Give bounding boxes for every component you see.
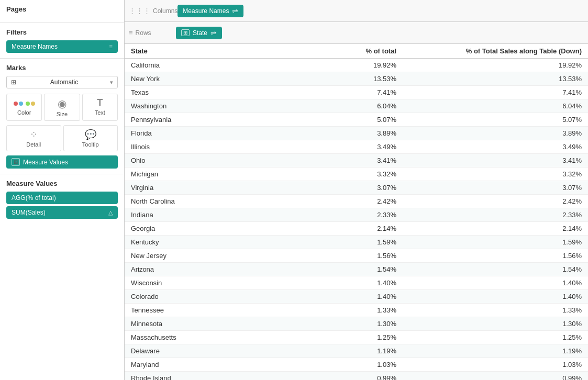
rows-label: ≡ Rows bbox=[129, 29, 176, 37]
table-row: Florida3.89%3.89% bbox=[125, 127, 588, 140]
table-row: Illinois3.49%3.49% bbox=[125, 140, 588, 154]
size-mark-item[interactable]: ◉ Size bbox=[44, 94, 80, 121]
pct-total-cell: 3.32% bbox=[333, 167, 403, 181]
sum-pill[interactable]: SUM(Sales) △ bbox=[6, 206, 118, 219]
columns-label: ⋮⋮⋮ Columns bbox=[129, 7, 177, 15]
text-mark-item[interactable]: T Text bbox=[82, 94, 118, 121]
pct-along-cell: 19.92% bbox=[403, 59, 588, 72]
rows-pill-eq-icon: ⇌ bbox=[210, 29, 217, 37]
pct-along-cell: 1.40% bbox=[403, 290, 588, 304]
marks-type-dropdown[interactable]: ⊞ Automatic ▾ bbox=[6, 76, 118, 88]
state-cell: Virginia bbox=[125, 181, 333, 195]
measure-values-mark-pill[interactable]: ⊞ Measure Values bbox=[6, 155, 118, 169]
pct-total-cell: 13.53% bbox=[333, 72, 403, 86]
table-row: California19.92%19.92% bbox=[125, 59, 588, 72]
table-row: Maryland1.03%1.03% bbox=[125, 358, 588, 372]
state-cell: Florida bbox=[125, 127, 333, 140]
col-state-header: State bbox=[125, 44, 333, 59]
table-row: Ohio3.41%3.41% bbox=[125, 154, 588, 167]
sum-pill-label: SUM(Sales) bbox=[12, 209, 46, 216]
pct-along-cell: 5.07% bbox=[403, 113, 588, 127]
columns-shelf: ⋮⋮⋮ Columns Measure Names ⇌ bbox=[125, 0, 588, 22]
state-cell: Arizona bbox=[125, 263, 333, 276]
text-mark-icon: T bbox=[97, 97, 103, 108]
measure-values-section: Measure Values AGG(% of total) SUM(Sales… bbox=[0, 174, 124, 224]
pct-along-cell: 13.53% bbox=[403, 72, 588, 86]
tooltip-label: Tooltip bbox=[82, 141, 99, 148]
table-row: New York13.53%13.53% bbox=[125, 72, 588, 86]
detail-mark-icon: ⁘ bbox=[30, 129, 38, 140]
rows-shelf-icon: ≡ bbox=[129, 29, 134, 37]
measure-values-pill-label: Measure Values bbox=[23, 159, 68, 166]
left-panel: Pages Filters Measure Names ≡ Marks ⊞ Au… bbox=[0, 0, 125, 380]
pct-along-cell: 3.89% bbox=[403, 127, 588, 140]
table-header-row: State % of total % of Total Sales along … bbox=[125, 44, 588, 59]
pct-along-cell: 1.03% bbox=[403, 358, 588, 372]
pct-total-cell: 5.07% bbox=[333, 113, 403, 127]
state-cell: Maryland bbox=[125, 358, 333, 372]
state-cell: New Jersey bbox=[125, 249, 333, 263]
table-row: Pennsylvania5.07%5.07% bbox=[125, 113, 588, 127]
state-cell: Tennessee bbox=[125, 304, 333, 317]
col-pct-along-header: % of Total Sales along Table (Down) bbox=[403, 44, 588, 59]
agg-pill[interactable]: AGG(% of total) bbox=[6, 192, 118, 204]
measure-values-section-label: Measure Values bbox=[6, 180, 118, 187]
data-area: State % of total % of Total Sales along … bbox=[125, 44, 588, 380]
pct-total-cell: 1.30% bbox=[333, 317, 403, 331]
table-row: Colorado1.40%1.40% bbox=[125, 290, 588, 304]
rows-state-pill[interactable]: ⊞ State ⇌ bbox=[176, 27, 222, 39]
detail-tooltip-row: ⁘ Detail 💬 Tooltip bbox=[6, 125, 118, 151]
state-cell: Colorado bbox=[125, 290, 333, 304]
pct-total-cell: 2.14% bbox=[333, 222, 403, 236]
pct-along-cell: 1.19% bbox=[403, 344, 588, 358]
filters-label: Filters bbox=[6, 28, 118, 36]
state-cell: Indiana bbox=[125, 208, 333, 222]
filter-measure-names-pill[interactable]: Measure Names ≡ bbox=[6, 40, 118, 53]
pct-total-cell: 1.19% bbox=[333, 344, 403, 358]
table-row: North Carolina2.42%2.42% bbox=[125, 195, 588, 208]
rows-state-box: ⊞ bbox=[181, 29, 190, 36]
pct-along-cell: 1.30% bbox=[403, 317, 588, 331]
pct-total-cell: 19.92% bbox=[333, 59, 403, 72]
pct-total-cell: 3.89% bbox=[333, 127, 403, 140]
color-mark-item[interactable]: Color bbox=[6, 94, 42, 121]
pct-total-cell: 1.56% bbox=[333, 249, 403, 263]
pct-total-cell: 6.04% bbox=[333, 99, 403, 113]
tooltip-mark-item[interactable]: 💬 Tooltip bbox=[63, 125, 118, 151]
table-row: New Jersey1.56%1.56% bbox=[125, 249, 588, 263]
state-cell: Michigan bbox=[125, 167, 333, 181]
size-mark-icon: ◉ bbox=[58, 97, 66, 110]
pct-along-cell: 2.14% bbox=[403, 222, 588, 236]
pct-total-cell: 3.41% bbox=[333, 154, 403, 167]
pct-total-cell: 3.07% bbox=[333, 181, 403, 195]
table-row: Wisconsin1.40%1.40% bbox=[125, 276, 588, 290]
table-row: Georgia2.14%2.14% bbox=[125, 222, 588, 236]
detail-mark-item[interactable]: ⁘ Detail bbox=[6, 125, 61, 151]
delta-icon: △ bbox=[108, 209, 113, 216]
pct-total-cell: 2.42% bbox=[333, 195, 403, 208]
pages-label: Pages bbox=[6, 5, 118, 13]
table-row: Kentucky1.59%1.59% bbox=[125, 236, 588, 249]
pct-along-cell: 3.32% bbox=[403, 167, 588, 181]
tooltip-mark-icon: 💬 bbox=[85, 129, 96, 140]
pct-along-cell: 3.49% bbox=[403, 140, 588, 154]
table-container[interactable]: State % of total % of Total Sales along … bbox=[125, 44, 588, 380]
main-area: ⋮⋮⋮ Columns Measure Names ⇌ ≡ Rows ⊞ Sta… bbox=[125, 0, 588, 380]
state-cell: Georgia bbox=[125, 222, 333, 236]
pct-total-cell: 1.59% bbox=[333, 236, 403, 249]
table-row: Delaware1.19%1.19% bbox=[125, 344, 588, 358]
columns-measure-names-pill[interactable]: Measure Names ⇌ bbox=[177, 5, 243, 17]
marks-label: Marks bbox=[6, 64, 118, 72]
pct-along-cell: 7.41% bbox=[403, 86, 588, 99]
state-cell: Kentucky bbox=[125, 236, 333, 249]
size-label: Size bbox=[57, 111, 68, 117]
pct-along-cell: 2.33% bbox=[403, 208, 588, 222]
col-pct-total-header: % of total bbox=[333, 44, 403, 59]
pct-along-cell: 3.41% bbox=[403, 154, 588, 167]
pct-along-cell: 1.25% bbox=[403, 331, 588, 344]
pct-along-cell: 3.07% bbox=[403, 181, 588, 195]
data-table: State % of total % of Total Sales along … bbox=[125, 44, 588, 380]
pct-total-cell: 1.40% bbox=[333, 290, 403, 304]
table-row: Washington6.04%6.04% bbox=[125, 99, 588, 113]
state-cell: Illinois bbox=[125, 140, 333, 154]
